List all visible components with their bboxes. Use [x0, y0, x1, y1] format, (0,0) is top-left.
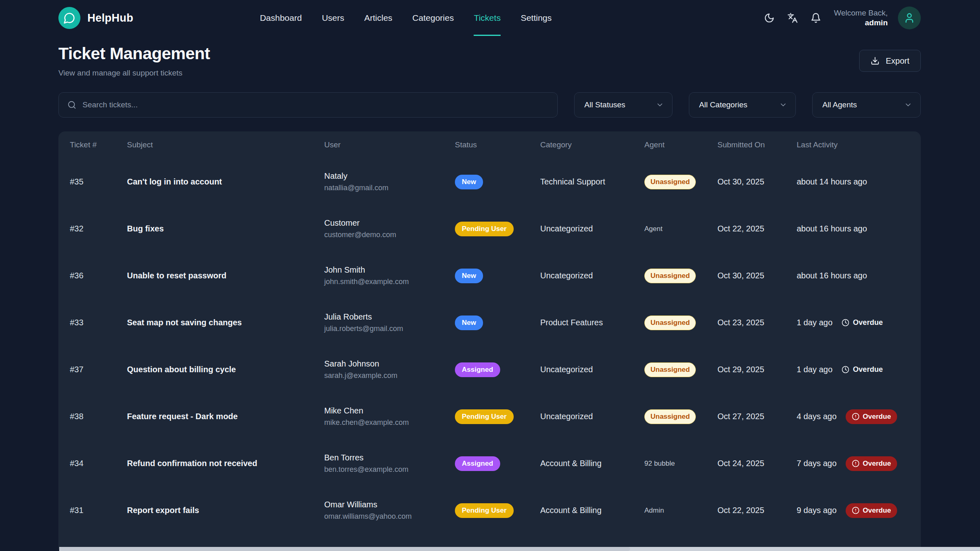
status-badge: Assigned: [455, 362, 500, 377]
table-row[interactable]: #38 Feature request - Dark mode Mike Che…: [58, 393, 921, 440]
ticket-subject[interactable]: Question about billing cycle: [127, 365, 324, 374]
ticket-category: Account & Billing: [540, 459, 644, 468]
last-activity-cell: 1 day ago Overdue Overdue: [797, 365, 909, 374]
brand-name: HelpHub: [87, 12, 133, 24]
table-row[interactable]: #35 Can't log in into account Nataly nat…: [58, 158, 921, 205]
ticket-status-cell: New: [455, 175, 540, 189]
avatar[interactable]: [898, 7, 921, 29]
ticket-user: Julia Roberts julia.roberts@gmail.com: [324, 312, 455, 333]
export-button[interactable]: Export: [859, 50, 921, 72]
ticket-category: Uncategorized: [540, 365, 644, 374]
translate-icon[interactable]: [787, 13, 798, 23]
overdue-label: Overdue: [853, 365, 883, 374]
table-row[interactable]: #34 Refund confirmation not received Ben…: [58, 440, 921, 487]
last-activity-cell: about 16 hours ago Overdue Overdue: [797, 271, 909, 280]
nav-item-settings[interactable]: Settings: [521, 0, 552, 36]
ticket-subject[interactable]: Can't log in into account: [127, 177, 324, 187]
status-filter[interactable]: All Statuses: [574, 92, 673, 118]
overdue-badge: Overdue: [846, 409, 897, 424]
nav-item-dashboard[interactable]: Dashboard: [260, 0, 302, 36]
last-activity-cell: 7 days ago Overdue Overdue: [797, 456, 909, 471]
scrollbar-thumb[interactable]: [59, 547, 630, 551]
user-name: John Smith: [324, 265, 455, 275]
search-icon: [67, 100, 76, 109]
agent-unassigned-badge: Unassigned: [644, 269, 696, 283]
user-name: Ben Torres: [324, 453, 455, 462]
col-submitted: Submitted On: [717, 140, 797, 149]
bell-icon[interactable]: [811, 13, 821, 23]
submitted-date: Oct 29, 2025: [717, 365, 797, 374]
user-email: ben.torres@example.com: [324, 465, 455, 474]
nav-item-articles[interactable]: Articles: [364, 0, 392, 36]
user-email: omar.williams@yahoo.com: [324, 512, 455, 521]
ticket-category: Uncategorized: [540, 271, 644, 280]
agent-filter[interactable]: All Agents: [812, 92, 921, 118]
ticket-id: #36: [70, 271, 127, 280]
submitted-date: Oct 22, 2025: [717, 224, 797, 233]
export-label: Export: [886, 56, 909, 66]
ticket-id: #38: [70, 412, 127, 421]
nav-item-users[interactable]: Users: [322, 0, 344, 36]
col-subject: Subject: [127, 140, 324, 149]
user-name: Customer: [324, 218, 455, 228]
nav-item-tickets[interactable]: Tickets: [474, 0, 501, 36]
table-row[interactable]: #32 Bug fixes Customer customer@demo.com…: [58, 205, 921, 252]
ticket-subject[interactable]: Seat map not saving changes: [127, 318, 324, 327]
chat-bubble-icon: [58, 7, 80, 29]
last-activity-cell: 1 day ago Overdue Overdue: [797, 318, 909, 327]
page-title: Ticket Management: [58, 44, 210, 63]
col-status: Status: [455, 140, 540, 149]
status-badge: New: [455, 315, 483, 330]
ticket-agent-cell: Admin: [644, 507, 717, 515]
agent-unassigned-badge: Unassigned: [644, 409, 696, 424]
agent-unassigned-badge: Unassigned: [644, 175, 696, 189]
ticket-id: #34: [70, 459, 127, 468]
category-filter[interactable]: All Categories: [689, 92, 796, 118]
ticket-agent-cell: Unassigned: [644, 409, 717, 424]
last-activity-text: 1 day ago: [797, 365, 833, 374]
chevron-down-icon: [904, 101, 912, 109]
ticket-id: #35: [70, 177, 127, 187]
search-input[interactable]: [82, 100, 549, 109]
col-user: User: [324, 140, 455, 149]
user-email: julia.roberts@gmail.com: [324, 324, 455, 333]
status-badge: Pending User: [455, 222, 514, 236]
table-row[interactable]: #36 Unable to reset password John Smith …: [58, 252, 921, 299]
ticket-user: Ben Torres ben.torres@example.com: [324, 453, 455, 474]
col-activity: Last Activity: [797, 140, 909, 149]
user-email: john.smith@example.com: [324, 278, 455, 286]
user-name: Julia Roberts: [324, 312, 455, 322]
ticket-agent-cell: Agent: [644, 225, 717, 233]
brand-logo[interactable]: HelpHub: [58, 7, 133, 29]
user-name: Sarah Johnson: [324, 359, 455, 369]
ticket-user: Sarah Johnson sarah.j@example.com: [324, 359, 455, 380]
overdue-badge: Overdue: [846, 456, 897, 471]
ticket-subject[interactable]: Feature request - Dark mode: [127, 412, 324, 421]
user-name: Mike Chen: [324, 406, 455, 415]
horizontal-scrollbar[interactable]: [59, 547, 980, 551]
overdue-label: Overdue: [853, 318, 883, 327]
nav-item-categories[interactable]: Categories: [412, 0, 454, 36]
category-filter-value: All Categories: [699, 100, 747, 109]
ticket-subject[interactable]: Refund confirmation not received: [127, 459, 324, 468]
welcome-text: Welcome Back, admin: [834, 8, 888, 28]
ticket-user: John Smith john.smith@example.com: [324, 265, 455, 286]
ticket-subject[interactable]: Unable to reset password: [127, 271, 324, 280]
agent-filter-value: All Agents: [822, 100, 857, 109]
last-activity-text: 4 days ago: [797, 412, 837, 421]
table-row[interactable]: #37 Question about billing cycle Sarah J…: [58, 346, 921, 393]
ticket-status-cell: Pending User: [455, 222, 540, 236]
ticket-subject[interactable]: Bug fixes: [127, 224, 324, 233]
user-name: Nataly: [324, 171, 455, 181]
table-row[interactable]: #31 Report export fails Omar Williams om…: [58, 487, 921, 534]
overdue-label: Overdue: [863, 507, 891, 515]
moon-icon[interactable]: [764, 13, 775, 23]
table-row[interactable]: #33 Seat map not saving changes Julia Ro…: [58, 299, 921, 346]
last-activity-text: 9 days ago: [797, 506, 837, 515]
ticket-status-cell: Assigned: [455, 362, 540, 377]
ticket-agent-cell: Unassigned: [644, 269, 717, 283]
status-badge: Pending User: [455, 503, 514, 518]
ticket-subject[interactable]: Report export fails: [127, 506, 324, 515]
welcome-greeting: Welcome Back,: [834, 8, 888, 18]
ticket-user: Mike Chen mike.chen@example.com: [324, 406, 455, 427]
